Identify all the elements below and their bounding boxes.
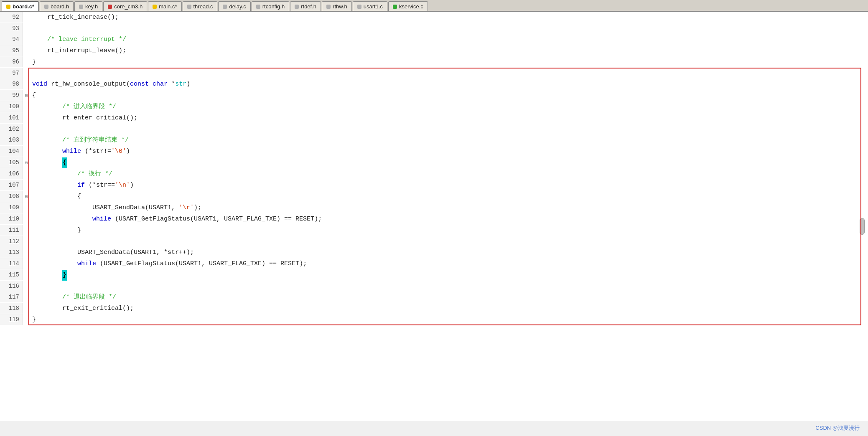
tab-icon-11 [393, 5, 397, 9]
tab-icon-2 [79, 5, 83, 9]
line-number-96: 96 [0, 56, 23, 67]
tab-icon-5 [187, 5, 191, 9]
tab-icon-3 [108, 5, 112, 9]
brace-open-highlight: { [62, 157, 67, 168]
line-number-98: 98 [0, 79, 23, 89]
tab-kservice-c[interactable]: kservice.c [388, 1, 428, 11]
code-line-99: 99⊟{ [0, 90, 868, 101]
tab-label-6: delay.c [229, 3, 246, 10]
line-content-117: /* 退出临界段 */ [30, 292, 868, 303]
tab-icon-8 [295, 5, 299, 9]
code-line-105: 105⊟ { [0, 157, 868, 168]
fold-indicator-99[interactable]: ⊟ [23, 90, 30, 101]
tab-icon-1 [44, 5, 48, 9]
tab-core-cm3-h[interactable]: core_cm3.h [103, 1, 147, 11]
scrollbar[interactable] [860, 218, 865, 235]
code-line-119: 119} [0, 314, 868, 325]
line-number-100: 100 [0, 101, 23, 112]
line-number-92: 92 [0, 12, 23, 23]
tab-usart1-c[interactable]: usart1.c [353, 1, 387, 11]
line-content-101: rt_enter_critical(); [30, 113, 868, 124]
code-line-107: 107 if (*str=='\n') [0, 180, 868, 191]
code-line-102: 102 [0, 124, 868, 134]
line-number-97: 97 [0, 68, 23, 79]
line-number-115: 115 [0, 269, 23, 280]
tab-label-9: rthw.h [333, 3, 347, 10]
tab-label-5: thread.c [193, 3, 213, 10]
tab-icon-7 [256, 5, 260, 9]
tab-bar: board.c*board.hkey.hcore_cm3.hmain.c*thr… [0, 0, 868, 12]
editor-container: 92 rt_tick_increase();9394 /* leave inte… [0, 12, 868, 421]
code-line-110: 110 while (USART_GetFlagStatus(USART1, U… [0, 213, 868, 225]
line-number-95: 95 [0, 45, 23, 56]
code-line-112: 112 [0, 236, 868, 247]
tab-rtconfig-h[interactable]: rtconfig.h [252, 1, 289, 11]
line-number-107: 107 [0, 180, 23, 190]
line-number-114: 114 [0, 258, 23, 269]
code-line-114: 114 while (USART_GetFlagStatus(USART1, U… [0, 258, 868, 269]
line-content-107: if (*str=='\n') [30, 180, 868, 191]
code-line-97: 97 [0, 68, 868, 79]
line-content-94: /* leave interrupt */ [30, 34, 868, 45]
line-content-99: { [30, 90, 868, 101]
line-content-96: } [30, 57, 868, 68]
line-number-111: 111 [0, 225, 23, 236]
line-number-101: 101 [0, 112, 23, 123]
line-content-114: while (USART_GetFlagStatus(USART1, USART… [30, 259, 868, 269]
tab-board-h[interactable]: board.h [40, 1, 74, 11]
tab-key-h[interactable]: key.h [74, 1, 102, 11]
line-number-116: 116 [0, 281, 23, 292]
code-line-106: 106 /* 换行 */ [0, 168, 868, 180]
line-number-105: 105 [0, 157, 23, 168]
line-content-95: rt_interrupt_leave(); [30, 46, 868, 56]
tab-thread-c[interactable]: thread.c [183, 1, 218, 11]
tab-icon-9 [326, 5, 331, 9]
tab-label-8: rtdef.h [301, 3, 316, 10]
line-number-110: 110 [0, 213, 23, 224]
line-number-117: 117 [0, 292, 23, 302]
tab-label-11: kservice.c [399, 3, 423, 10]
line-number-104: 104 [0, 146, 23, 157]
line-number-109: 109 [0, 202, 23, 213]
line-number-93: 93 [0, 23, 23, 34]
code-line-117: 117 /* 退出临界段 */ [0, 292, 868, 303]
tab-board-c-[interactable]: board.c* [2, 1, 39, 11]
line-content-104: while (*str!='\0') [30, 146, 868, 157]
watermark: CSDN @浅夏漫行 [815, 424, 860, 432]
code-line-104: 104 while (*str!='\0') [0, 146, 868, 157]
line-number-106: 106 [0, 168, 23, 179]
line-number-103: 103 [0, 134, 23, 145]
line-number-108: 108 [0, 191, 23, 202]
tab-label-2: key.h [85, 3, 98, 10]
code-line-92: 92 rt_tick_increase(); [0, 12, 868, 23]
line-content-92: rt_tick_increase(); [30, 12, 868, 23]
line-content-100: /* 进入临界段 */ [30, 101, 868, 112]
line-content-108: { [30, 191, 868, 202]
line-content-111: } [30, 225, 868, 236]
tab-rtdef-h[interactable]: rtdef.h [290, 1, 321, 11]
code-line-98: 98void rt_hw_console_output(const char *… [0, 79, 868, 90]
code-line-95: 95 rt_interrupt_leave(); [0, 45, 868, 56]
code-line-118: 118 rt_exit_critical(); [0, 303, 868, 314]
line-content-105: { [30, 157, 868, 168]
tab-label-10: usart1.c [364, 3, 383, 10]
tab-label-3: core_cm3.h [114, 3, 143, 10]
tab-delay-c[interactable]: delay.c [218, 1, 250, 11]
fold-indicator-105[interactable]: ⊟ [23, 157, 30, 168]
tab-label-7: rtconfig.h [262, 3, 285, 10]
line-number-119: 119 [0, 314, 23, 325]
line-content-110: while (USART_GetFlagStatus(USART1, USART… [30, 214, 868, 225]
tab-icon-4 [153, 5, 157, 9]
tab-rthw-h[interactable]: rthw.h [322, 1, 352, 11]
tab-main-c-[interactable]: main.c* [148, 1, 181, 11]
line-content-118: rt_exit_critical(); [30, 303, 868, 314]
line-content-119: } [30, 314, 868, 325]
code-line-93: 93 [0, 23, 868, 34]
fold-indicator-108[interactable]: ⊟ [23, 191, 30, 202]
code-line-94: 94 /* leave interrupt */ [0, 34, 868, 45]
code-line-101: 101 rt_enter_critical(); [0, 112, 868, 124]
code-line-96: 96} [0, 56, 868, 68]
code-line-111: 111 } [0, 225, 868, 236]
tab-icon-10 [357, 5, 361, 9]
line-number-94: 94 [0, 34, 23, 45]
